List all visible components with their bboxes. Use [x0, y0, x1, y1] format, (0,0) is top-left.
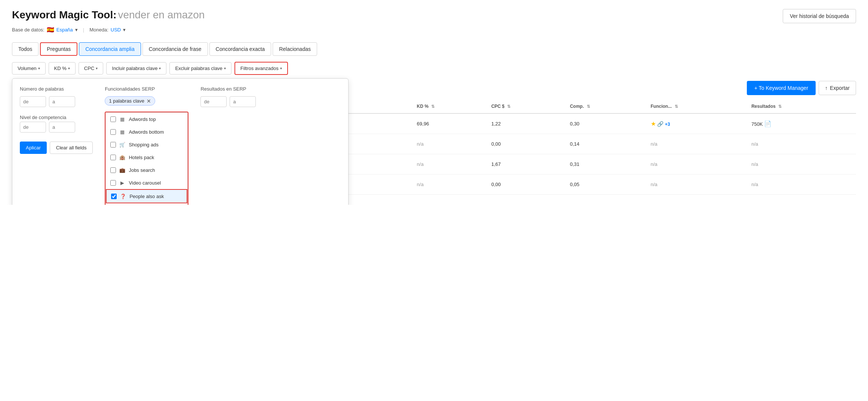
filter-advanced[interactable]: Filtros avanzados ▾ [234, 62, 288, 75]
clear-button[interactable]: Clear all fields [50, 142, 93, 154]
database-label: Base de datos: [12, 27, 45, 33]
competition-label: Nivel de competencia [20, 115, 93, 120]
dropdown-icon[interactable]: ▾ [75, 27, 78, 33]
serp-features-label: Funcionalidades SERP [105, 86, 188, 92]
serp-check-shopping[interactable] [110, 142, 116, 148]
currency-dropdown-icon[interactable]: ▾ [123, 27, 126, 33]
shopping-icon: 🛒 [119, 141, 126, 148]
comp-filter-icon[interactable]: ⇅ [587, 104, 590, 109]
tab-concordancia-amplia[interactable]: Concordancia amplia [79, 42, 141, 56]
filter-row: Volumen ▾ KD % ▾ CPC ▾ Incluir palabras … [12, 62, 856, 75]
col-cpc: CPC $ ⇅ [487, 100, 565, 113]
row1-doc-icon: 📄 [764, 121, 772, 127]
serp-item-faq[interactable]: ❓ FAQ [106, 203, 187, 205]
row4-kd: n/a [412, 174, 487, 195]
word-count-to[interactable] [49, 96, 75, 107]
competition-section: Nivel de competencia [20, 115, 93, 133]
tab-todos[interactable]: Todos [12, 42, 39, 56]
row3-kd: n/a [412, 154, 487, 174]
word-count-range [20, 96, 93, 107]
apply-button[interactable]: Aplicar [20, 142, 47, 154]
serp-chip: 1 palabras clave ✕ [105, 96, 155, 106]
currency-link[interactable]: USD [111, 27, 121, 33]
funcion-filter-icon[interactable]: ⇅ [675, 104, 678, 109]
serp-item-shopping[interactable]: 🛒 Shopping ads [106, 138, 187, 151]
export-button[interactable]: ↑ Exportar [819, 81, 856, 95]
resultados-filter-icon[interactable]: ⇅ [778, 104, 782, 109]
serp-dropdown-wrapper: ▦ Adwords top ▦ Adwords bottom 🛒 Shoppin… [105, 112, 188, 205]
serp-item-people[interactable]: ❓ People also ask [106, 189, 187, 203]
serp-item-jobs[interactable]: 💼 Jobs search [106, 164, 187, 176]
advanced-panel: Número de palabras Nivel de competencia … [12, 78, 349, 205]
serp-results-to[interactable] [230, 96, 256, 107]
hotels-icon: 🏨 [119, 154, 126, 161]
main-tabs: Todos Preguntas Concordancia amplia Conc… [12, 42, 856, 56]
serp-results-label: Resultados en SERP [200, 86, 256, 92]
main-page: Keyword Magic Tool: vender en amazon Ver… [0, 0, 868, 205]
separator: | [83, 27, 84, 33]
row4-funcion: n/a [646, 174, 747, 195]
kd-filter-icon[interactable]: ⇅ [431, 104, 435, 109]
filter-kd[interactable]: KD % ▾ [49, 62, 76, 75]
word-count-from[interactable] [20, 96, 46, 107]
row4-comp: 0,05 [565, 174, 646, 195]
serp-check-people[interactable] [111, 194, 117, 199]
col-resultados: Resultados ⇅ [747, 100, 856, 113]
serp-check-jobs[interactable] [110, 167, 116, 173]
row2-funcion: n/a [646, 134, 747, 154]
row2-results: n/a [747, 134, 856, 154]
serp-item-adwords-top[interactable]: ▦ Adwords top [106, 113, 187, 125]
history-button[interactable]: Ver historial de búsqueda [783, 9, 856, 23]
page-header: Keyword Magic Tool: vender en amazon Ver… [12, 9, 856, 23]
serp-chip-row: 1 palabras clave ✕ [105, 96, 188, 106]
row1-kd: 69,96 [412, 113, 487, 134]
tab-preguntas[interactable]: Preguntas [40, 42, 77, 56]
row4-cpc: 0,00 [487, 174, 565, 195]
currency-label: Moneda: [89, 27, 108, 33]
row1-cpc: 1,22 [487, 113, 565, 134]
action-buttons: + To Keyword Manager ↑ Exportar [747, 81, 856, 95]
row1-results: 750K 📄 [747, 113, 856, 134]
col-kd: KD % ⇅ [412, 100, 487, 113]
row2-kd: n/a [412, 134, 487, 154]
tab-concordancia-frase[interactable]: Concordancia de frase [142, 42, 208, 56]
export-icon: ↑ [825, 85, 828, 91]
word-count-label: Número de palabras [20, 86, 93, 92]
competition-from[interactable] [20, 122, 46, 133]
serp-check-video[interactable] [110, 180, 116, 186]
serp-check-adwords-bottom[interactable] [110, 129, 116, 135]
row3-funcion: n/a [646, 154, 747, 174]
filter-incluir[interactable]: Incluir palabras clave ▾ [106, 62, 166, 75]
filter-cpc[interactable]: CPC ▾ [79, 62, 103, 75]
filter-excluir[interactable]: Excluir palabras clave ▾ [169, 62, 231, 75]
row3-comp: 0,31 [565, 154, 646, 174]
kw-manager-button[interactable]: + To Keyword Manager [747, 81, 816, 95]
filter-volumen[interactable]: Volumen ▾ [12, 62, 46, 75]
cpc-filter-icon[interactable]: ⇅ [507, 104, 510, 109]
tab-relacionadas[interactable]: Relacionadas [273, 42, 317, 56]
serp-item-hotels[interactable]: 🏨 Hotels pack [106, 151, 187, 164]
row1-star-icon: ★ [651, 121, 656, 127]
row3-cpc: 1,67 [487, 154, 565, 174]
serp-results-from[interactable] [200, 96, 227, 107]
serp-label-jobs: Jobs search [129, 167, 155, 173]
row1-plus-badge: +3 [665, 122, 670, 127]
serp-check-adwords-top[interactable] [110, 116, 116, 122]
serp-label-hotels: Hotels pack [129, 155, 154, 160]
col-comp: Comp. ⇅ [565, 100, 646, 113]
adwords-top-icon: ▦ [119, 116, 126, 122]
country-link[interactable]: España [56, 27, 73, 33]
competition-to[interactable] [49, 122, 75, 133]
serp-item-video[interactable]: ▶ Video carousel [106, 176, 187, 189]
tab-concordancia-exacta[interactable]: Concordancia exacta [209, 42, 272, 56]
serp-item-adwords-bottom[interactable]: ▦ Adwords bottom [106, 125, 187, 138]
row3-results: n/a [747, 154, 856, 174]
serp-check-hotels[interactable] [110, 155, 116, 160]
serp-dropdown[interactable]: ▦ Adwords top ▦ Adwords bottom 🛒 Shoppin… [105, 112, 188, 205]
serp-chip-label: 1 palabras clave [109, 98, 144, 104]
page-subtitle: Base de datos: 🇪🇸 España ▾ | Moneda: USD… [12, 26, 856, 33]
serp-chip-remove[interactable]: ✕ [147, 98, 151, 104]
page-title: Keyword Magic Tool: vender en amazon [12, 9, 205, 21]
row2-comp: 0,14 [565, 134, 646, 154]
competition-range [20, 122, 93, 133]
